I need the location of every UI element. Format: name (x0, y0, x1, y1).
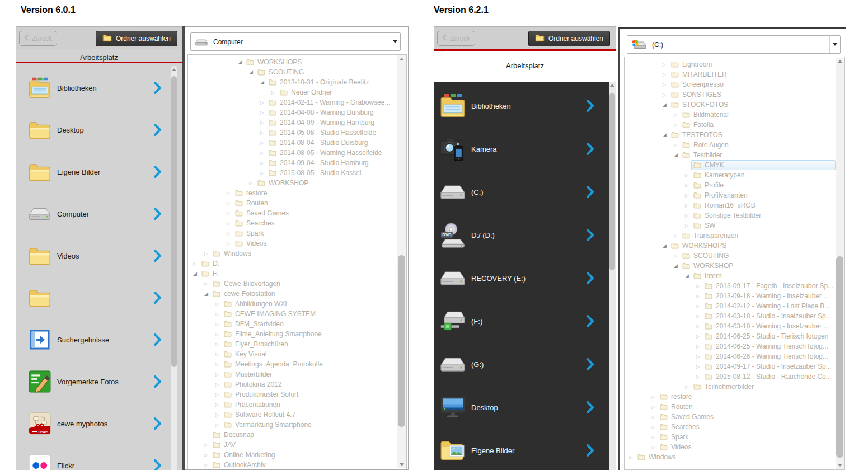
expander-closed-icon[interactable]: ▷ (260, 151, 269, 156)
expander-closed-icon[interactable]: ▷ (674, 112, 682, 118)
expander-closed-icon[interactable]: ▷ (651, 425, 660, 430)
expander-closed-icon[interactable]: ▷ (674, 143, 682, 148)
tree-item-2014-03-18-studio-inselzauber-sp[interactable]: ▷ 2014-03-18 - Studio - Inselzauber Sp..… (625, 311, 836, 321)
sidebar-item-bibliotheken[interactable]: Bibliotheken (434, 84, 609, 127)
expander-open-icon[interactable]: ◢ (663, 102, 671, 107)
tree-item-workshop[interactable]: ▷ WORKSHOP (188, 178, 397, 188)
tree-item-2013-09-17-fageth-inselzauber-sp[interactable]: ▷ 2013-09-17 - Fageth - Inselzauber Sp..… (625, 281, 836, 291)
tree-item-2014-03-18-warning-inselzauber[interactable]: ▷ 2014-03-18 - Warning - Inselzauber ... (625, 321, 836, 331)
tree-scrollbar[interactable] (836, 58, 844, 469)
expander-closed-icon[interactable]: ▷ (696, 344, 705, 349)
expander-closed-icon[interactable]: ▷ (674, 253, 682, 258)
expander-closed-icon[interactable]: ▷ (696, 294, 705, 299)
expander-closed-icon[interactable]: ▷ (215, 402, 224, 407)
sidebar-item-f[interactable]: (F:) (434, 299, 609, 342)
tree-item-2014-04-08-warning-duisburg[interactable]: ▷ 2014-04-08 - Warning Duisburg (188, 107, 397, 118)
tree-item-musterbilder[interactable]: ▷ Musterbilder (188, 369, 397, 379)
expander-closed-icon[interactable]: ▷ (685, 223, 693, 228)
tree-item-2014-02-12-warning-lost-place-b[interactable]: ▷ 2014-02-12 - Warning - Lost Place B... (625, 301, 836, 311)
expander-closed-icon[interactable]: ▷ (651, 435, 660, 440)
expander-closed-icon[interactable]: ▷ (227, 231, 235, 236)
tree-item-2014-08-04-studio-duisburg[interactable]: ▷ 2014-08-04 - Studio Duisburg (188, 138, 397, 148)
tree-item-cewe-fotostation[interactable]: ◢ cewe-Fotostation (188, 289, 397, 299)
sidebar-scrollbar[interactable] (609, 82, 616, 470)
expander-closed-icon[interactable]: ▷ (215, 312, 224, 317)
tree-item-mitarbeiter[interactable]: ▷ MITARBEITER (625, 69, 836, 79)
sidebar-item-vorgemerkte-fotos[interactable]: Vorgemerkte Fotos (16, 360, 182, 402)
expander-closed-icon[interactable]: ▷ (685, 384, 693, 389)
tree-item-online-marketing[interactable]: ▷ Online-Marketing (188, 450, 397, 460)
tree-item-filme-anleitung-smartphone[interactable]: ▷ Filme_Anleitung Smartphone (188, 329, 397, 339)
tree-item-2015-08-05-studio-kassel[interactable]: ▷ 2015-08-05 - Studio Kassel (188, 168, 397, 178)
tree-item-2014-06-25-warning-tierisch-fotog[interactable]: ▷ 2014-06-25 - Warning Tierisch fotog... (625, 341, 836, 351)
expander-closed-icon[interactable]: ▷ (215, 382, 224, 387)
expander-closed-icon[interactable]: ▷ (215, 352, 224, 357)
tree-scrollbar[interactable] (397, 55, 406, 468)
expander-closed-icon[interactable]: ▷ (685, 203, 693, 208)
expander-closed-icon[interactable]: ▷ (685, 183, 693, 188)
expander-closed-icon[interactable]: ▷ (696, 334, 705, 339)
tree-item-screenpresso[interactable]: ▷ Screenpresso (625, 79, 836, 90)
expander-closed-icon[interactable]: ▷ (696, 354, 705, 359)
expander-closed-icon[interactable]: ▷ (651, 415, 660, 420)
expander-closed-icon[interactable]: ▷ (271, 90, 280, 95)
expander-closed-icon[interactable]: ▷ (674, 233, 682, 238)
tree-item-pr-sentationen[interactable]: ▷ Präsentationen (188, 400, 397, 410)
tree-item-workshop[interactable]: ◢ WORKSHOP (625, 261, 836, 271)
tree-item-rote-augen[interactable]: ▷ Rote Augen (625, 140, 836, 150)
tree-item-2014-06-26-warning-tierisch-fotog[interactable]: ▷ 2014-06-26 - Warning Tierisch fotog... (625, 351, 836, 361)
tree-item-workshops[interactable]: ◢ WORKSHOPS (625, 241, 836, 251)
expander-closed-icon[interactable]: ▷ (685, 193, 693, 198)
tree-item-saved-games[interactable]: ▷ Saved Games (625, 412, 836, 422)
expander-closed-icon[interactable]: ▷ (215, 322, 224, 327)
expander-closed-icon[interactable]: ▷ (227, 211, 235, 216)
tree-item-cmyk[interactable]: CMYK (625, 160, 836, 170)
expander-closed-icon[interactable]: ▷ (227, 241, 235, 246)
expander-closed-icon[interactable]: ▷ (685, 173, 693, 178)
expander-closed-icon[interactable]: ▷ (204, 251, 213, 256)
expander-closed-icon[interactable]: ▷ (651, 445, 660, 450)
sidebar-item-suchergebnisse[interactable]: Suchergebnisse (16, 318, 182, 360)
expander-closed-icon[interactable]: ▷ (260, 100, 269, 105)
expander-closed-icon[interactable]: ▷ (696, 304, 705, 309)
expander-closed-icon[interactable]: ▷ (215, 372, 224, 377)
expander-closed-icon[interactable]: ▷ (696, 284, 705, 289)
expander-closed-icon[interactable]: ▷ (696, 314, 705, 319)
expander-closed-icon[interactable]: ▷ (215, 302, 224, 307)
sidebar-item-d-d[interactable]: DVD D:/ (D:) (434, 213, 609, 256)
expander-open-icon[interactable]: ◢ (663, 132, 671, 138)
tree-item-testbilder[interactable]: ◢ Testbilder (625, 150, 836, 160)
expander-closed-icon[interactable]: ▷ (260, 110, 269, 115)
expander-open-icon[interactable]: ◢ (193, 271, 201, 276)
scrollbar-thumb[interactable] (836, 256, 843, 458)
expander-closed-icon[interactable]: ▷ (204, 453, 213, 458)
expander-open-icon[interactable]: ◢ (204, 291, 213, 297)
expander-closed-icon[interactable]: ▷ (651, 394, 660, 400)
tree-item-routen[interactable]: ▷ Routen (188, 198, 397, 208)
sidebar-item-flickr[interactable]: Flickr (16, 444, 182, 470)
location-combobox[interactable]: (C:) (627, 35, 841, 54)
scrollbar-thumb[interactable] (171, 76, 177, 367)
tree-item-searches[interactable]: ▷ Searches (625, 422, 836, 432)
tree-item-software-rollout-4-7[interactable]: ▷ Software Rollout 4.7 (188, 410, 397, 420)
expander-closed-icon[interactable]: ▷ (227, 201, 235, 206)
sidebar-item-cewe-myphotos[interactable]: cewe cewe myphotos (16, 402, 182, 444)
expander-closed-icon[interactable]: ▷ (663, 62, 671, 67)
back-button[interactable]: Zurück (19, 31, 57, 46)
expander-closed-icon[interactable]: ▷ (204, 463, 213, 468)
back-button[interactable]: Zurück (437, 31, 475, 46)
expander-closed-icon[interactable]: ▷ (685, 213, 693, 218)
expander-closed-icon[interactable]: ▷ (204, 281, 213, 286)
tree-item-d[interactable]: ▷ D: (188, 258, 397, 269)
expander-open-icon[interactable]: ◢ (674, 152, 682, 158)
tree-item-teilnehmerbilder[interactable]: ▷ Teilnehmerbilder (625, 382, 836, 392)
tree-item-abbildungen-wxl[interactable]: ▷ Abbildungen WXL (188, 299, 397, 309)
sidebar-item-desktop[interactable]: Desktop (434, 386, 609, 429)
tree-item-meetings-agenda-protokolle[interactable]: ▷ Meetings_Agenda_Protokolle (188, 359, 397, 369)
tree-item-transparenzen[interactable]: ▷ Transparenzen (625, 231, 836, 241)
expander-closed-icon[interactable]: ▷ (663, 82, 671, 87)
tree-item-workshops[interactable]: ◢ WORKSHOPS (188, 57, 397, 67)
tree-item-outlookarchiv[interactable]: ▷ OutlookArchiv (188, 460, 397, 469)
expander-open-icon[interactable]: ◢ (238, 59, 246, 65)
combobox-dropdown-arrow[interactable] (829, 36, 840, 53)
